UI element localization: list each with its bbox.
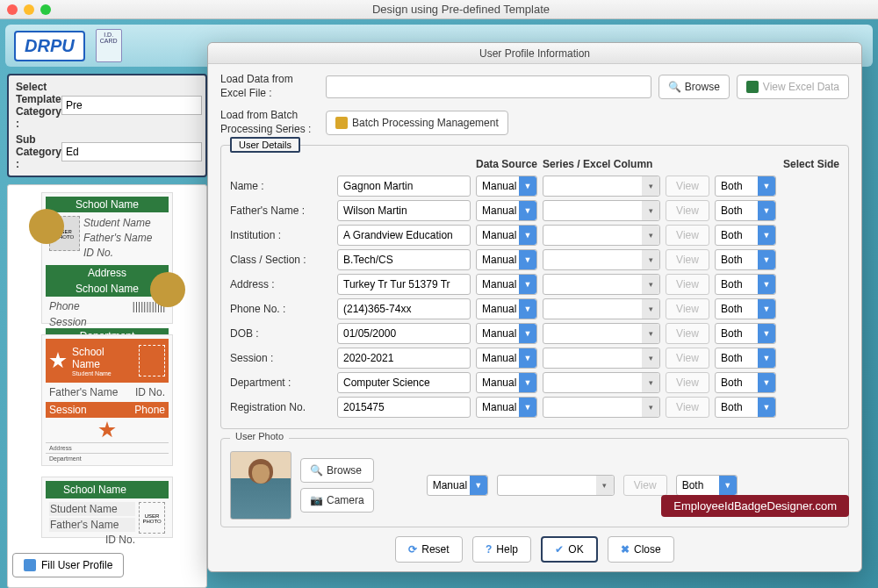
- photo-view-button[interactable]: View: [623, 475, 667, 496]
- data-source-select[interactable]: Manual▼: [476, 225, 537, 246]
- window-minimize-icon[interactable]: [24, 4, 34, 15]
- star-icon: [98, 421, 116, 439]
- template-thumbnail[interactable]: School Name Student Name Father's Name I…: [41, 477, 173, 538]
- star-icon: [49, 352, 67, 369]
- side-select[interactable]: Both▼: [715, 323, 776, 344]
- user-details-legend: User Details: [230, 137, 300, 153]
- data-source-select[interactable]: Manual▼: [476, 323, 537, 344]
- view-button[interactable]: View: [666, 298, 709, 319]
- idcard-icon: I.D. CARD: [96, 29, 122, 62]
- view-button[interactable]: View: [666, 274, 709, 295]
- watermark-badge: EmployeeIdBadgeDesigner.com: [661, 495, 849, 517]
- chevron-down-icon: ▼: [758, 348, 775, 368]
- side-select[interactable]: Both▼: [715, 176, 776, 197]
- series-select[interactable]: ▾: [543, 323, 660, 344]
- series-select[interactable]: ▾: [543, 298, 660, 319]
- ok-button[interactable]: ✔OK: [541, 536, 597, 563]
- series-select[interactable]: ▾: [543, 372, 660, 393]
- chevron-down-icon: ▼: [758, 176, 775, 196]
- series-select[interactable]: ▾: [543, 249, 660, 270]
- field-row: Registration No.Manual▼▾ViewBoth▼: [230, 397, 839, 418]
- chevron-down-icon: ▼: [519, 275, 536, 294]
- data-source-select[interactable]: Manual▼: [476, 397, 537, 418]
- field-input[interactable]: [337, 225, 471, 246]
- template-thumbnail[interactable]: School Name USER PHOTO Student Name Fath…: [41, 192, 173, 324]
- series-select[interactable]: ▾: [543, 225, 660, 246]
- data-source-select[interactable]: Manual▼: [476, 200, 537, 221]
- side-select[interactable]: Both▼: [715, 372, 776, 393]
- side-select[interactable]: Both▼: [715, 200, 776, 221]
- browse-photo-button[interactable]: 🔍 Browse: [300, 458, 374, 483]
- photo-data-source-select[interactable]: Manual▼: [427, 475, 488, 496]
- chevron-down-icon: ▾: [642, 201, 659, 220]
- data-source-select[interactable]: Manual▼: [476, 348, 537, 369]
- browse-excel-button[interactable]: 🔍 Browse: [658, 75, 730, 99]
- sub-category-label: Sub Category :: [16, 133, 61, 170]
- field-label: Phone No. :: [230, 303, 332, 315]
- side-select[interactable]: Both▼: [715, 348, 776, 369]
- series-select[interactable]: ▾: [543, 176, 660, 197]
- series-select[interactable]: ▾: [543, 397, 660, 418]
- close-button[interactable]: ✖Close: [608, 536, 674, 563]
- photo-series-select[interactable]: ▾: [497, 475, 615, 496]
- template-category-select[interactable]: [61, 96, 202, 115]
- template-thumbnail[interactable]: School Name Student Name Father's Name I…: [41, 334, 173, 466]
- help-button[interactable]: ?Help: [472, 536, 531, 563]
- side-select[interactable]: Both▼: [715, 274, 776, 295]
- camera-icon: 📷: [310, 494, 322, 506]
- field-input[interactable]: [337, 372, 471, 393]
- field-input[interactable]: [337, 298, 471, 319]
- series-select[interactable]: ▾: [543, 200, 660, 221]
- window-zoom-icon[interactable]: [40, 4, 51, 15]
- camera-button[interactable]: 📷 Camera: [300, 488, 374, 513]
- excel-file-input[interactable]: [326, 75, 651, 98]
- data-source-select[interactable]: Manual▼: [476, 274, 537, 295]
- user-details-group: User Details Data Source Series / Excel …: [220, 145, 849, 429]
- view-excel-data-button[interactable]: View Excel Data: [737, 75, 849, 99]
- series-select[interactable]: ▾: [543, 348, 660, 369]
- field-input[interactable]: [337, 249, 471, 270]
- series-select[interactable]: ▾: [543, 274, 660, 295]
- view-button[interactable]: View: [666, 200, 709, 221]
- brand-logo: DRPU: [14, 31, 85, 61]
- view-button[interactable]: View: [666, 348, 709, 369]
- field-input[interactable]: [337, 200, 471, 221]
- field-input[interactable]: [337, 176, 471, 197]
- data-source-select[interactable]: Manual▼: [476, 249, 537, 270]
- template-list[interactable]: School Name USER PHOTO Student Name Fath…: [7, 184, 207, 588]
- chevron-down-icon: ▾: [642, 398, 659, 417]
- view-button[interactable]: View: [666, 372, 709, 393]
- field-input[interactable]: [337, 397, 471, 418]
- view-button[interactable]: View: [666, 323, 709, 344]
- side-select[interactable]: Both▼: [715, 298, 776, 319]
- chevron-down-icon: ▼: [519, 176, 536, 196]
- fill-user-profile-button[interactable]: Fill User Profile: [12, 553, 124, 577]
- user-photo-thumbnail[interactable]: [230, 451, 291, 520]
- batch-processing-button[interactable]: Batch Processing Management: [326, 111, 508, 135]
- field-input[interactable]: [337, 348, 471, 369]
- field-input[interactable]: [337, 274, 471, 295]
- data-source-select[interactable]: Manual▼: [476, 298, 537, 319]
- side-select[interactable]: Both▼: [715, 397, 776, 418]
- view-button[interactable]: View: [666, 225, 709, 246]
- data-source-select[interactable]: Manual▼: [476, 176, 537, 197]
- photo-side-select[interactable]: Both▼: [676, 475, 738, 496]
- field-row: Phone No. :Manual▼▾ViewBoth▼: [230, 298, 839, 319]
- view-button[interactable]: View: [666, 176, 709, 197]
- window-close-icon[interactable]: [7, 4, 18, 15]
- view-button[interactable]: View: [666, 397, 709, 418]
- chevron-down-icon: ▼: [519, 250, 536, 269]
- reset-button[interactable]: ⟳Reset: [395, 536, 462, 563]
- side-select[interactable]: Both▼: [715, 249, 776, 270]
- field-input[interactable]: [337, 323, 471, 344]
- help-icon: ?: [486, 543, 492, 556]
- field-row: Institution :Manual▼▾ViewBoth▼: [230, 225, 839, 246]
- view-button[interactable]: View: [666, 249, 709, 270]
- chevron-down-icon: ▼: [519, 324, 536, 343]
- chevron-down-icon: ▼: [758, 250, 775, 269]
- template-category-label: Select Template Category :: [16, 81, 61, 130]
- dialog-footer: ⟳Reset ?Help ✔OK ✖Close: [208, 536, 861, 563]
- data-source-select[interactable]: Manual▼: [476, 372, 537, 393]
- side-select[interactable]: Both▼: [715, 225, 776, 246]
- sub-category-select[interactable]: [61, 142, 202, 161]
